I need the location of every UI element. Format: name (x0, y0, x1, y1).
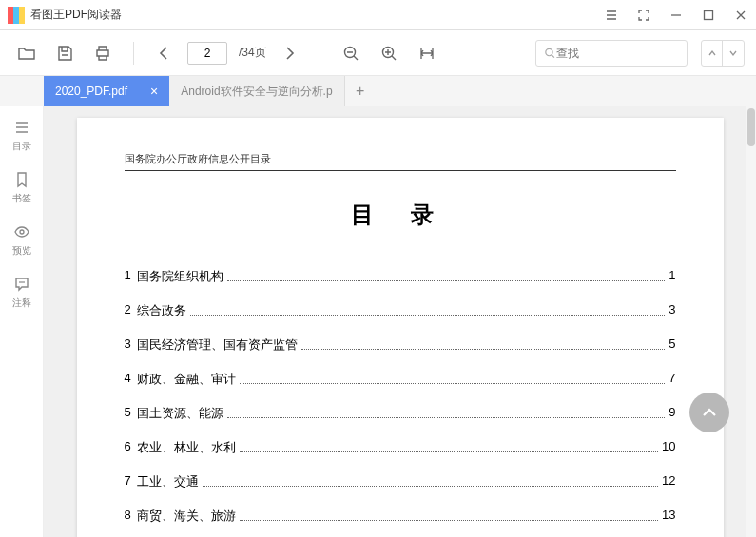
toc-page: 5 (669, 336, 675, 354)
toc-num: 6 (125, 439, 131, 456)
toc-entry: 1国务院组织机构1 (125, 268, 676, 285)
sidebar-toc[interactable]: 目录 (12, 118, 31, 153)
tab-bar: 2020_PDF.pdf × Android软件安全与逆向分析.p + (0, 76, 756, 106)
svg-point-3 (546, 48, 552, 55)
toc-page: 10 (662, 439, 675, 456)
eye-icon (12, 222, 31, 241)
toc-page: 7 (669, 371, 675, 388)
tab-close-icon[interactable]: × (150, 84, 158, 99)
tab-inactive[interactable]: Android软件安全与逆向分析.p (169, 76, 344, 106)
search-input[interactable] (556, 47, 679, 60)
title-bar: 看图王PDF阅读器 (0, 0, 756, 30)
toc-page: 3 (669, 302, 675, 319)
toc-dots (240, 439, 658, 452)
chevron-up-icon (700, 403, 719, 422)
toc-text: 国土资源、能源 (137, 405, 223, 422)
toc-num: 5 (125, 405, 131, 422)
search-next-button[interactable] (723, 41, 744, 66)
sidebar-label: 预览 (12, 244, 31, 258)
fullscreen-button[interactable] (636, 8, 651, 23)
page-number-input[interactable] (187, 42, 227, 65)
toc-text: 综合政务 (137, 302, 186, 319)
toc-text: 商贸、海关、旅游 (137, 508, 236, 525)
tab-label: 2020_PDF.pdf (55, 85, 127, 98)
toc-entry: 6农业、林业、水利10 (125, 439, 676, 456)
pdf-page: 国务院办公厅政府信息公开目录 目 录 1国务院组织机构12综合政务33国民经济管… (77, 118, 724, 537)
minimize-button[interactable] (669, 8, 684, 23)
toolbar: /34页 (0, 30, 756, 76)
toc-num: 3 (125, 336, 131, 354)
toc-num: 8 (125, 508, 131, 525)
toc-dots (227, 405, 666, 418)
toc-text: 农业、林业、水利 (137, 439, 236, 456)
tab-label: Android软件安全与逆向分析.p (181, 84, 332, 100)
next-page-button[interactable] (274, 38, 304, 68)
toc-dots (203, 473, 658, 487)
add-tab-button[interactable]: + (345, 76, 376, 106)
separator (133, 42, 134, 65)
tab-active[interactable]: 2020_PDF.pdf × (44, 76, 169, 106)
sidebar-label: 书签 (12, 192, 31, 205)
sidebar: 目录 书签 预览 注释 (0, 106, 44, 537)
page-total-label: /34页 (239, 45, 266, 61)
bookmark-icon (12, 170, 31, 189)
toc-page: 1 (669, 268, 675, 285)
menu-button[interactable] (604, 8, 619, 23)
svg-point-4 (20, 230, 24, 234)
toc-entry: 5国土资源、能源9 (125, 405, 676, 422)
app-icon (8, 7, 25, 24)
close-button[interactable] (733, 8, 748, 23)
search-icon (544, 47, 556, 60)
sidebar-label: 注释 (12, 297, 31, 310)
app-title: 看图王PDF阅读器 (30, 7, 604, 23)
fit-width-button[interactable] (412, 38, 442, 68)
toc-entry: 3国民经济管理、国有资产监管5 (125, 336, 676, 354)
toc-num: 4 (125, 371, 131, 388)
toc-dots (301, 336, 666, 350)
print-button[interactable] (87, 38, 118, 68)
toc-num: 7 (125, 473, 131, 490)
list-icon (12, 118, 31, 137)
toc-page: 12 (662, 473, 675, 490)
zoom-in-button[interactable] (374, 38, 404, 68)
maximize-button[interactable] (701, 8, 716, 23)
search-nav (701, 40, 745, 67)
sidebar-preview[interactable]: 预览 (12, 222, 31, 258)
toc-entry: 7工业、交通12 (125, 473, 676, 490)
scroll-to-top-button[interactable] (689, 393, 729, 432)
sidebar-bookmark[interactable]: 书签 (12, 170, 31, 205)
toc-page: 13 (662, 508, 675, 525)
toc-text: 国民经济管理、国有资产监管 (137, 336, 298, 354)
zoom-out-button[interactable] (336, 38, 366, 68)
toc-text: 财政、金融、审计 (137, 371, 236, 388)
toc-list: 1国务院组织机构12综合政务33国民经济管理、国有资产监管54财政、金融、审计7… (125, 268, 676, 537)
toc-num: 2 (125, 302, 131, 319)
toc-entry: 2综合政务3 (125, 302, 676, 319)
toc-dots (240, 371, 666, 384)
toc-entry: 4财政、金融、审计7 (125, 371, 676, 388)
svg-rect-0 (705, 10, 713, 19)
toc-text: 工业、交通 (137, 473, 199, 490)
toc-title: 目 录 (125, 200, 676, 230)
search-box[interactable] (535, 40, 688, 67)
toc-entry: 8商贸、海关、旅游13 (125, 508, 676, 525)
toc-page: 9 (669, 405, 675, 422)
toc-dots (190, 302, 666, 316)
scrollbar-thumb[interactable] (747, 108, 755, 146)
open-file-button[interactable] (11, 38, 42, 68)
toc-text: 国务院组织机构 (137, 268, 223, 285)
toc-num: 1 (125, 268, 131, 285)
save-button[interactable] (49, 38, 80, 68)
vertical-scrollbar[interactable] (746, 106, 756, 537)
sidebar-label: 目录 (12, 140, 31, 153)
separator (320, 42, 320, 65)
document-viewport[interactable]: 国务院办公厅政府信息公开目录 目 录 1国务院组织机构12综合政务33国民经济管… (44, 106, 756, 537)
comment-icon (12, 275, 31, 294)
page-header: 国务院办公厅政府信息公开目录 (125, 152, 676, 171)
prev-page-button[interactable] (149, 38, 180, 68)
toc-dots (227, 268, 666, 281)
toc-dots (240, 508, 658, 521)
search-prev-button[interactable] (702, 41, 723, 66)
sidebar-annotation[interactable]: 注释 (12, 275, 31, 310)
